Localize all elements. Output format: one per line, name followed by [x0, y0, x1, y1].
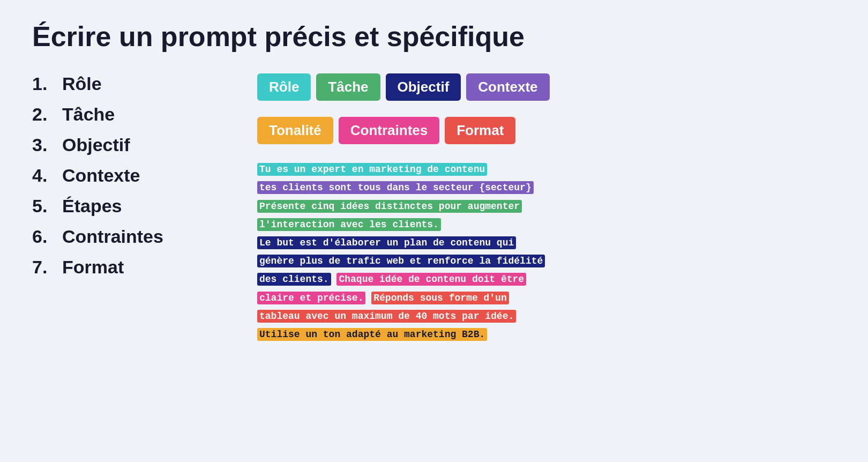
prompt-objectif-segment-1: Le but est d'élaborer un plan de contenu…: [257, 236, 516, 249]
list-item: 1. Rôle: [32, 73, 225, 94]
list-item: 2. Tâche: [32, 104, 225, 125]
tags-row-2: Tonalité Contraintes Format: [257, 117, 836, 144]
list-item: 4. Contexte: [32, 165, 225, 186]
prompt-role-segment: Tu es un expert en marketing de contenu: [257, 163, 487, 176]
right-panel: Rôle Tâche Objectif Contexte Tonalité Co…: [257, 73, 836, 344]
list-item: 6. Contraintes: [32, 226, 225, 247]
list-label: Contraintes: [62, 226, 163, 247]
tag-objectif: Objectif: [386, 73, 461, 101]
list-item: 7. Format: [32, 257, 225, 278]
tag-contexte: Contexte: [466, 73, 549, 101]
prompt-tache-segment-1: Présente cinq idées distinctes pour augm…: [257, 200, 522, 213]
prompt-objectif-segment-2: génère plus de trafic web et renforce la…: [257, 255, 545, 267]
prompt-objectif-segment-3: des clients.: [257, 273, 331, 286]
prompt-tonalite-segment: Utilise un ton adapté au marketing B2B.: [257, 328, 487, 341]
list-item: 3. Objectif: [32, 135, 225, 155]
list-number: 6.: [32, 226, 54, 247]
list-label: Rôle: [62, 73, 102, 94]
prompt-tache-segment-2: l'interaction avec les clients.: [257, 218, 441, 231]
prompt-format-segment-1: Réponds sous forme d'un: [371, 292, 508, 304]
list-number: 4.: [32, 165, 54, 186]
tags-row-1: Rôle Tâche Objectif Contexte: [257, 73, 836, 101]
list-number: 5.: [32, 196, 54, 217]
tag-contraintes: Contraintes: [339, 117, 439, 144]
list-number: 1.: [32, 73, 54, 94]
tag-tache: Tâche: [316, 73, 380, 101]
list-label: Format: [62, 257, 124, 278]
prompt-contexte-segment: tes clients sont tous dans le secteur {s…: [257, 181, 534, 194]
tag-format: Format: [445, 117, 515, 144]
numbered-list: 1. Rôle 2. Tâche 3. Objectif 4. Contexte…: [32, 73, 225, 278]
tag-role: Rôle: [257, 73, 311, 101]
list-label: Objectif: [62, 135, 130, 155]
prompt-contraintes-segment-2: claire et précise.: [257, 292, 365, 304]
left-panel: 1. Rôle 2. Tâche 3. Objectif 4. Contexte…: [32, 73, 225, 287]
list-number: 3.: [32, 135, 54, 155]
page-title: Écrire un prompt précis et spécifique: [32, 21, 836, 52]
prompt-block: Tu es un expert en marketing de contenu …: [257, 160, 836, 344]
list-number: 7.: [32, 257, 54, 278]
list-label: Tâche: [62, 104, 115, 125]
main-layout: 1. Rôle 2. Tâche 3. Objectif 4. Contexte…: [32, 73, 836, 344]
list-number: 2.: [32, 104, 54, 125]
list-label: Étapes: [62, 196, 122, 217]
prompt-format-segment-2: tableau avec un maximum de 40 mots par i…: [257, 310, 516, 323]
list-label: Contexte: [62, 165, 140, 186]
prompt-contraintes-segment-1: Chaque idée de contenu doit être: [336, 273, 526, 286]
list-item: 5. Étapes: [32, 196, 225, 217]
tag-tonalite: Tonalité: [257, 117, 333, 144]
